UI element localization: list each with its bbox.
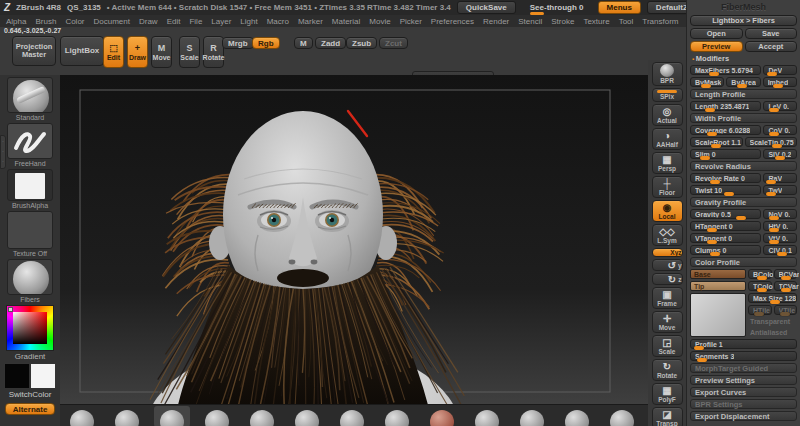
frame-shelf-button[interactable]: ▣Frame (652, 287, 683, 309)
draw-mode-button[interactable]: +Draw (127, 36, 148, 68)
material-thumbnail-7[interactable] (385, 410, 409, 426)
zsub-sculpt-button[interactable]: Zsub (346, 37, 377, 49)
material-thumbnail-0[interactable] (70, 410, 94, 426)
projection-master-button[interactable]: Projection Master (12, 36, 56, 66)
slider-handle[interactable] (710, 252, 720, 256)
slider-handle[interactable] (707, 240, 717, 244)
move-shelf-button[interactable]: ✛Move (652, 311, 683, 333)
gradient-label[interactable]: Gradient (15, 352, 46, 361)
menu-item-layer[interactable]: Layer (211, 17, 231, 26)
slider-handle[interactable] (710, 180, 720, 184)
current-texture-thumbnail[interactable] (7, 211, 53, 249)
fiber-texture-preview[interactable] (690, 293, 746, 337)
length-profile-section[interactable]: Length Profile (690, 89, 797, 99)
vtile-slider[interactable]: VTile (774, 305, 798, 315)
color-profile-section[interactable]: Color Profile (690, 257, 797, 267)
menu-item-file[interactable]: File (189, 17, 202, 26)
width-profile-section[interactable]: Width Profile (690, 113, 797, 123)
zcut-sculpt-button[interactable]: Zcut (379, 37, 408, 49)
menu-item-color[interactable]: Color (65, 17, 84, 26)
slider-handle[interactable] (701, 84, 711, 88)
tcolor-slider[interactable]: TColor (748, 281, 772, 291)
preview-button[interactable]: Preview (690, 41, 743, 52)
slider-handle[interactable] (769, 108, 779, 112)
sculpt-canvas[interactable] (60, 75, 648, 404)
slider-handle[interactable] (769, 216, 779, 220)
save-button[interactable]: Save (745, 28, 798, 39)
max-size-slider[interactable]: Max Size 128 (748, 293, 797, 303)
menu-item-picker[interactable]: Picker (400, 17, 422, 26)
menu-item-macro[interactable]: Macro (267, 17, 289, 26)
gravity-0-5-slider[interactable]: Gravity 0.5 (690, 209, 761, 219)
tray-divider-handle[interactable]: ∙∙∙ (0, 135, 6, 169)
actual-shelf-button[interactable]: ◎Actual (652, 104, 683, 126)
floor-shelf-button[interactable]: ┼Floor (652, 176, 683, 198)
menu-item-draw[interactable]: Draw (139, 17, 158, 26)
lightbox-fibers-button[interactable]: Lightbox > Fibers (690, 15, 797, 26)
current-brush-thumbnail[interactable] (7, 77, 53, 113)
clumps-0-slider[interactable]: Clumps 0 (690, 245, 761, 255)
slim-0-slider[interactable]: Slim 0 (690, 149, 761, 159)
menu-item-document[interactable]: Document (94, 17, 130, 26)
bcolor-slider[interactable]: BColor (748, 269, 772, 279)
transp-shelf-button[interactable]: ◪Transp (652, 407, 683, 426)
menu-item-stencil[interactable]: Stencil (518, 17, 542, 26)
material-thumbnail-11[interactable] (565, 410, 589, 426)
export-displacement-section[interactable]: Export Displacement (690, 411, 797, 421)
byarea-slider[interactable]: ByArea (726, 77, 760, 87)
material-thumbnail-8[interactable] (430, 410, 454, 426)
preview-settings-section[interactable]: Preview Settings (690, 375, 797, 385)
dev-slider[interactable]: DeV (763, 65, 797, 75)
transparent-toggle[interactable]: Transparent (748, 317, 797, 326)
maxfibers-5-6794-slider[interactable]: MaxFibers 5.6794 (690, 65, 761, 75)
local-shelf-button[interactable]: ◉Local (652, 200, 683, 222)
color-picker[interactable] (6, 305, 54, 351)
aahalf-shelf-button[interactable]: ◑AAHalf (652, 128, 683, 150)
menus-button[interactable]: Menus (598, 1, 641, 14)
modifiers-section-label[interactable]: Modifiers (692, 54, 797, 63)
menu-item-render[interactable]: Render (483, 17, 509, 26)
menu-item-edit[interactable]: Edit (167, 17, 181, 26)
open-button[interactable]: Open (690, 28, 743, 39)
menu-item-light[interactable]: Light (240, 17, 257, 26)
vtv-0--slider[interactable]: VtV 0. (763, 233, 797, 243)
slider-handle[interactable] (707, 228, 717, 232)
imbed-slider[interactable]: Imbed (763, 77, 797, 87)
export-curves-section[interactable]: Export Curves (690, 387, 797, 397)
menu-item-preferences[interactable]: Preferences (431, 17, 474, 26)
material-thumbnail-5[interactable] (295, 410, 319, 426)
slider-handle[interactable] (724, 192, 734, 196)
slider-handle[interactable] (697, 358, 707, 362)
xyz-shelf-button[interactable]: Xyz (652, 248, 683, 257)
base-color-swatch[interactable]: Base (690, 269, 746, 279)
twv-slider[interactable]: TwV (763, 185, 797, 195)
lev-0--slider[interactable]: LeV 0. (763, 101, 797, 111)
material-thumbnail-9[interactable] (475, 410, 499, 426)
segments-3-slider[interactable]: Segments 3 (690, 351, 797, 361)
bpr-settings-section[interactable]: BPR Settings (690, 399, 797, 409)
slider-handle[interactable] (737, 84, 747, 88)
scaletip-0-75-slider[interactable]: ScaleTip 0.75 (745, 137, 798, 147)
m-paint-button[interactable]: M (294, 37, 313, 49)
twist-10-slider[interactable]: Twist 10 (690, 185, 761, 195)
length-235-4871-slider[interactable]: Length 235.4871 (690, 101, 761, 111)
tip-color-swatch[interactable]: Tip (690, 281, 746, 291)
htangent-0-slider[interactable]: HTangent 0 (690, 221, 761, 231)
slider-handle[interactable] (769, 228, 779, 232)
edit-mode-button[interactable]: ⬚Edit (103, 36, 124, 68)
profile-1-slider[interactable]: Profile 1 (690, 339, 797, 349)
move-mode-button[interactable]: MMove (151, 36, 172, 68)
material-thumbnail-3[interactable] (205, 410, 229, 426)
alternate-button[interactable]: Alternate (5, 403, 55, 415)
slider-handle[interactable] (705, 108, 715, 112)
vtangent-0-slider[interactable]: VTangent 0 (690, 233, 761, 243)
tcvar-slider[interactable]: TCVar (774, 281, 798, 291)
mrgb-paint-button[interactable]: Mrgb (222, 37, 254, 49)
slider-handle[interactable] (775, 156, 785, 160)
gravity-profile-section[interactable]: Gravity Profile (690, 197, 797, 207)
morphtarget-guided-section[interactable]: MorphTarget Guided (690, 363, 797, 373)
quicksave-button[interactable]: QuickSave (457, 1, 516, 14)
slv-0-2-slider[interactable]: SlV 0.2 (763, 149, 797, 159)
slider-handle[interactable] (773, 84, 783, 88)
color-picker-sv-square[interactable] (13, 312, 47, 344)
